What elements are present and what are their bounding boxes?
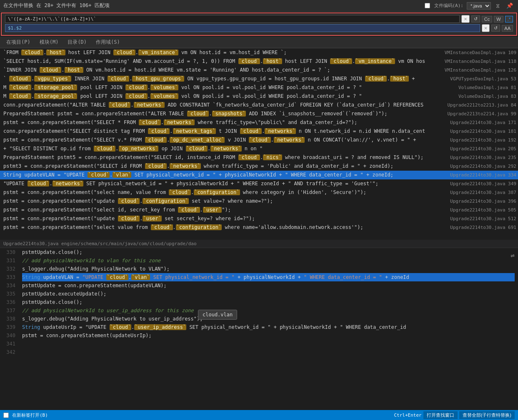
- status-right: Ctrl+Enter 打开查找窗口 查替全部(子行查特替换): [394, 411, 515, 419]
- list-item[interactable]: conn.prepareStatement("SELECT distinct t…: [0, 127, 518, 136]
- line-numbers: 330331332333334335336337338339340341342: [0, 248, 19, 409]
- shortcut-hint: Ctrl+Enter: [394, 413, 421, 418]
- line-number: 336: [3, 298, 15, 306]
- result-file: Upgrade2214to30.java 181: [425, 128, 516, 135]
- code-line: // add physicalNetworkId to user_ip_addr…: [22, 306, 515, 315]
- code-line: pstmtUpdate.close();: [22, 248, 515, 256]
- result-file: Upgrade2214to30.java 334: [425, 171, 516, 179]
- replace-options-aa[interactable]: AA: [502, 25, 513, 32]
- result-content: `FROM `cloud`.`host` host LEFT JOIN `clo…: [3, 49, 425, 56]
- result-content: conn.prepareStatement("ALTER TABLE `clou…: [3, 101, 425, 109]
- list-item[interactable]: String updateVLAN = "UPDATE `cloud`.`vla…: [0, 171, 518, 179]
- results-section: `FROM `cloud`.`host` host LEFT JOIN `clo…: [0, 48, 518, 240]
- list-item[interactable]: pstmt = conn.prepareStatement("update `c…: [0, 197, 518, 206]
- top-bar-right: 文件编码(A): *.java ⧖ 📌: [425, 2, 515, 10]
- result-file: VolumeDaoImpl.java 81: [425, 84, 516, 92]
- list-item[interactable]: pstmt = conn.prepareStatement("select na…: [0, 188, 518, 197]
- list-item[interactable]: pstmt = conn.prepareStatement("SELECT * …: [0, 118, 518, 127]
- list-item[interactable]: pstmt = conn.prepareStatement("SELECT v.…: [0, 136, 518, 144]
- list-item[interactable]: PreparedStatement pstmt = conn.prepareSt…: [0, 109, 518, 118]
- result-file: Upgrade2214to30.java 505: [425, 206, 516, 214]
- result-content: pstmt = conn.prepareStatement("update `c…: [3, 197, 425, 205]
- list-item[interactable]: pstmt = conn.prepareStatement("update `c…: [0, 214, 518, 223]
- list-item[interactable]: `FROM `cloud`.`host` host LEFT JOIN `clo…: [0, 48, 518, 57]
- code-line: // add physicalNetworkId to vlan for thi…: [22, 256, 515, 265]
- search-input[interactable]: [5, 15, 460, 23]
- search-back-btn[interactable]: ↺: [471, 15, 480, 22]
- top-bar-title: 在文件中替换 在 28+ 文件中有 106+ 匹配项: [3, 2, 110, 9]
- search-row-find: × ↺ Cc W .*: [5, 15, 513, 23]
- line-number: 339: [3, 323, 15, 331]
- open-find-window-btn[interactable]: 打开查找窗口: [423, 411, 458, 419]
- filter-icon[interactable]: ⧖: [494, 2, 501, 10]
- result-file: Upgrade2214to30.java 171: [425, 119, 516, 127]
- line-number: 330: [3, 248, 15, 256]
- result-file: VMInstanceDaoImpl.java 109: [425, 49, 516, 57]
- result-file: Upgrade2213to2214.java 99: [425, 110, 516, 118]
- code-area[interactable]: ⇌ pstmtUpdate.close(); // add physicalNe…: [19, 248, 518, 409]
- results-container[interactable]: `FROM `cloud`.`host` host LEFT JOIN `clo…: [0, 48, 518, 240]
- list-item[interactable]: M `cloud`.`storage_pool` pool LEFT JOIN …: [0, 83, 518, 92]
- replace-input[interactable]: [5, 24, 480, 32]
- list-item[interactable]: pstmt = conn.prepareStatement("select va…: [0, 223, 518, 232]
- search-row-replace: × ↺ AA: [5, 24, 513, 32]
- result-content: PreparedStatement pstmt = conn.prepareSt…: [3, 110, 425, 117]
- top-bar: 在文件中替换 在 28+ 文件中有 106+ 匹配项 文件编码(A): *.ja…: [0, 0, 518, 12]
- result-file: Upgrade2214to30.java 691: [425, 224, 516, 231]
- code-line: pstmtUpdate.close();: [22, 298, 515, 306]
- replace-clear-btn[interactable]: ×: [482, 24, 490, 32]
- result-file: Upgrade2214to30.java 387: [425, 189, 516, 196]
- tab-scope[interactable]: 作用域(S): [91, 37, 125, 47]
- open-new-tab-checkbox[interactable]: [3, 413, 9, 418]
- search-options-w[interactable]: W: [494, 16, 503, 22]
- list-item[interactable]: conn.prepareStatement("ALTER TABLE `clou…: [0, 101, 518, 109]
- search-options-cc[interactable]: Cc: [482, 16, 492, 22]
- line-number: 338: [3, 315, 15, 323]
- code-line: s_logger.debug("Adding PhysicalNetwork t…: [22, 315, 515, 323]
- tab-bar: 在项目(P) 模块(M) 目录(D) 作用域(S): [0, 37, 518, 48]
- list-item[interactable]: M `cloud`.`storage_pool` pool LEFT JOIN …: [0, 92, 518, 101]
- result-file: Upgrade2214to30.java 349: [425, 180, 516, 188]
- search-options-regex[interactable]: .*: [505, 16, 513, 22]
- code-line: pstmtUpdate.executeUpdate();: [22, 290, 515, 298]
- file-encoding-checkbox[interactable]: [425, 3, 430, 8]
- result-content: M `cloud`.`storage_pool` pool LEFT JOIN …: [3, 84, 425, 91]
- result-content: pstmt = conn.prepareStatement("update `c…: [3, 215, 425, 222]
- result-file: VolumeDaoImpl.java 83: [425, 93, 516, 100]
- list-item[interactable]: pstmt3 = conn.prepareStatement("SELECT i…: [0, 162, 518, 171]
- result-file: Upgrade2214to30.java 292: [425, 163, 516, 170]
- code-line: String updateUsrIp = "UPDATE `cloud`.`us…: [22, 323, 515, 331]
- replace-all-btn[interactable]: 查替全部(子行查特替换): [459, 411, 515, 419]
- result-content: String updateVLAN = "UPDATE `cloud`.`vla…: [3, 171, 425, 179]
- line-number: 331: [3, 256, 15, 265]
- line-number: 335: [3, 290, 15, 298]
- status-bar: 在新标签打开(B) Ctrl+Enter 打开查找窗口 查替全部(子行查特替换): [0, 410, 518, 420]
- tab-project[interactable]: 在项目(P): [2, 37, 35, 47]
- line-number: 334: [3, 281, 15, 290]
- result-content: + "SELECT DISTINCT op.id from `cloud`.`o…: [3, 145, 425, 152]
- result-content: `INNER JOIN `cloud`.`host` ON vm.host.id…: [3, 66, 425, 74]
- result-file: Upgrade2214to30.java 235: [425, 154, 516, 162]
- replace-back-btn[interactable]: ↺: [491, 25, 500, 32]
- result-content: "UPDATE `cloud`.`networks` SET physical_…: [3, 180, 425, 187]
- line-number: 337: [3, 306, 15, 315]
- result-content: pstmt = conn.prepareStatement("select id…: [3, 206, 425, 214]
- result-file: Upgrade2214to30.java 512: [425, 215, 516, 223]
- result-content: pstmt3 = conn.prepareStatement("SELECT i…: [3, 162, 425, 170]
- tab-directory[interactable]: 目录(D): [63, 37, 91, 47]
- list-item[interactable]: + "SELECT DISTINCT op.id from `cloud`.`o…: [0, 144, 518, 153]
- tab-module[interactable]: 模块(M): [35, 37, 63, 47]
- result-content: pstmt = conn.prepareStatement("SELECT * …: [3, 119, 425, 126]
- pin-icon[interactable]: 📌: [505, 2, 515, 9]
- list-item[interactable]: pstmt = conn.prepareStatement("select id…: [0, 206, 518, 214]
- list-item[interactable]: PreparedStatement pstmt5 = conn.prepareS…: [0, 153, 518, 162]
- file-encoding-select[interactable]: *.java: [467, 2, 491, 10]
- editor-content: 330331332333334335336337338339340341342 …: [0, 248, 518, 409]
- list-item[interactable]: ` `cloud`.`vgpu_types` INNER JOIN `cloud…: [0, 75, 518, 83]
- list-item[interactable]: `SELECT host.id, SUM(IF(vm.state='Runnin…: [0, 57, 518, 66]
- search-clear-btn[interactable]: ×: [461, 15, 470, 23]
- result-content: M `cloud`.`storage_pool` pool LEFT JOIN …: [3, 92, 425, 100]
- result-file: Upgrade2214to30.java 205: [425, 145, 516, 153]
- list-item[interactable]: `INNER JOIN `cloud`.`host` ON vm.host.id…: [0, 66, 518, 75]
- list-item[interactable]: "UPDATE `cloud`.`networks` SET physical_…: [0, 179, 518, 188]
